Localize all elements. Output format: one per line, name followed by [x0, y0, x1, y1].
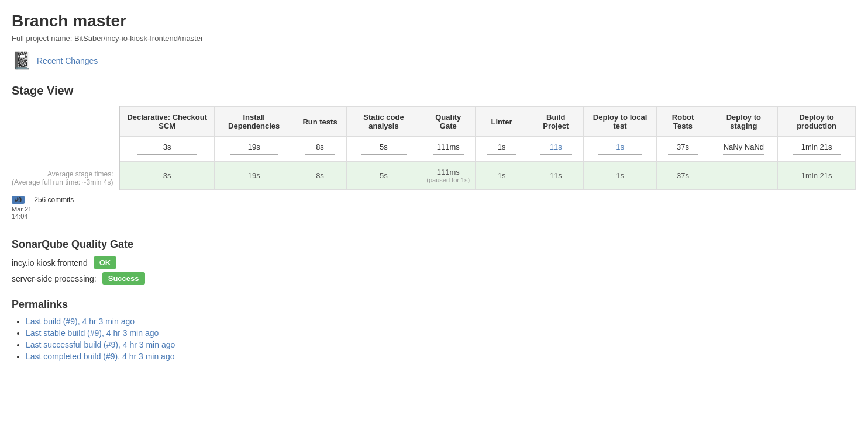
col-header-deploy_staging: Deploy to staging — [709, 107, 778, 137]
build-cell-9 — [709, 162, 778, 190]
col-header-deploy_local: Deploy to local test — [584, 107, 656, 137]
recent-changes-section: 📓 Recent Changes — [12, 51, 856, 70]
sonarqube-heading: SonarQube Quality Gate — [12, 238, 856, 251]
col-header-deploy_prod: Deploy to production — [778, 107, 856, 137]
col-header-robot_tests: Robot Tests — [656, 107, 709, 137]
col-header-run_tests: Run tests — [294, 107, 346, 137]
stage-table-wrapper: Declarative: Checkout SCMInstall Depende… — [119, 106, 856, 190]
build-cell-7: 1s — [584, 162, 656, 190]
sonarqube-section: SonarQube Quality Gate incy.io kiosk fro… — [12, 238, 856, 285]
recent-changes-link[interactable]: Recent Changes — [37, 56, 98, 65]
avg-cell-1: 19s — [214, 137, 294, 162]
sonar-rows: incy.io kiosk frontend OK server-side pr… — [12, 256, 856, 285]
avg-panel: Average stage times: (Average full run t… — [12, 106, 119, 220]
avg-data-row: 3s19s8s5s111ms1s11s1s37sNaNy NaNd1min 21… — [120, 137, 855, 162]
col-header-install: Install Dependencies — [214, 107, 294, 137]
avg-full-run: (Average full run time: ~3min 4s) — [12, 178, 113, 186]
avg-cell-4: 111ms — [421, 137, 476, 162]
page-title: Branch master — [12, 12, 856, 30]
build-cell-3: 5s — [346, 162, 421, 190]
stage-view-heading: Stage View — [12, 84, 856, 98]
permalinks-heading: Permalinks — [12, 299, 856, 311]
build-number-badge: #9 — [12, 196, 25, 204]
permalink-link-2[interactable]: Last successful build (#9), 4 hr 3 min a… — [26, 340, 175, 349]
permalink-item: Last completed build (#9), 4 hr 3 min ag… — [26, 352, 856, 361]
build-cell-1: 19s — [214, 162, 294, 190]
stage-view-container: Average stage times: (Average full run t… — [12, 106, 856, 220]
permalink-link-3[interactable]: Last completed build (#9), 4 hr 3 min ag… — [26, 352, 174, 361]
col-header-build_project: Build Project — [528, 107, 584, 137]
stage-header-row: Declarative: Checkout SCMInstall Depende… — [120, 107, 855, 137]
avg-cell-9: NaNy NaNd — [709, 137, 778, 162]
avg-label: Average stage times: — [12, 170, 113, 178]
build-time: 14:04 — [12, 213, 32, 220]
project-subtitle: Full project name: BitSaber/incy-io-kios… — [12, 34, 856, 43]
permalink-item: Last stable build (#9), 4 hr 3 min ago — [26, 328, 856, 338]
build-data-row: 3s19s8s5s111ms(paused for 1s)1s11s1s37s1… — [120, 162, 855, 190]
build-commits: 256 commits — [34, 196, 74, 204]
avg-cell-0: 3s — [120, 137, 214, 162]
build-cell-6: 11s — [528, 162, 584, 190]
build-cell-5: 1s — [476, 162, 528, 190]
build-cell-4: 111ms(paused for 1s) — [421, 162, 476, 190]
avg-cell-5: 1s — [476, 137, 528, 162]
sonar-badge-1: Success — [102, 272, 145, 285]
build-info-panel: #9 Mar 21 14:04 256 commits — [12, 196, 113, 220]
col-header-quality_gate: Quality Gate — [421, 107, 476, 137]
avg-cell-7: 1s — [584, 137, 656, 162]
permalinks-section: Permalinks Last build (#9), 4 hr 3 min a… — [12, 299, 856, 361]
sonar-row-1: server-side processing: Success — [12, 272, 856, 285]
permalink-list: Last build (#9), 4 hr 3 min agoLast stab… — [12, 317, 856, 361]
col-header-linter: Linter — [476, 107, 528, 137]
col-header-static_code: Static code analysis — [346, 107, 421, 137]
permalink-item: Last successful build (#9), 4 hr 3 min a… — [26, 340, 856, 349]
sonar-row-0: incy.io kiosk frontend OK — [12, 256, 856, 269]
build-date: Mar 21 — [12, 206, 32, 213]
build-cell-2: 8s — [294, 162, 346, 190]
stage-table: Declarative: Checkout SCMInstall Depende… — [120, 106, 856, 190]
permalink-item: Last build (#9), 4 hr 3 min ago — [26, 317, 856, 326]
build-cell-8: 37s — [656, 162, 709, 190]
avg-cell-8: 37s — [656, 137, 709, 162]
build-cell-0: 3s — [120, 162, 214, 190]
notebook-icon: 📓 — [12, 51, 32, 70]
avg-cell-10: 1min 21s — [778, 137, 856, 162]
avg-cell-2: 8s — [294, 137, 346, 162]
permalink-link-0[interactable]: Last build (#9), 4 hr 3 min ago — [26, 317, 135, 326]
avg-cell-3: 5s — [346, 137, 421, 162]
permalink-link-1[interactable]: Last stable build (#9), 4 hr 3 min ago — [26, 328, 159, 338]
col-header-checkout: Declarative: Checkout SCM — [120, 107, 214, 137]
sonar-label-1: server-side processing: — [12, 274, 97, 283]
avg-cell-6: 11s — [528, 137, 584, 162]
sonar-badge-0: OK — [94, 256, 117, 269]
sonar-label-0: incy.io kiosk frontend — [12, 258, 88, 268]
build-cell-10: 1min 21s — [778, 162, 856, 190]
